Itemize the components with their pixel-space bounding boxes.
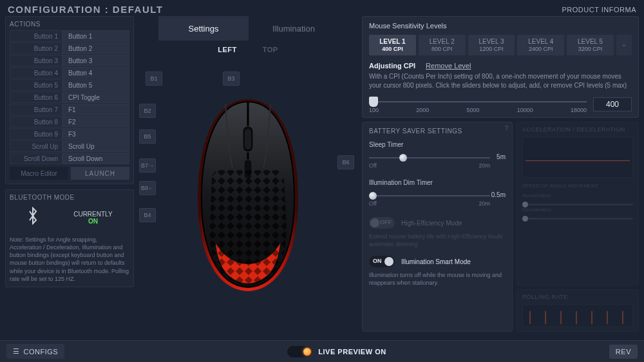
sleep-timer-slider[interactable]: 5m Off20m — [369, 153, 506, 170]
cpi-slider[interactable]: 100 2000 5000 10000 18000 — [369, 97, 587, 112]
action-label: Button 7 — [10, 104, 62, 115]
node-b2[interactable]: B2 — [139, 104, 156, 118]
cpi-level-1[interactable]: LEVEL 1400 CPI — [369, 35, 416, 55]
node-b6[interactable]: B6 — [337, 155, 354, 169]
mouse-image — [190, 95, 306, 295]
high-efficiency-desc: Extend mouse battery life with High-Effi… — [369, 233, 506, 248]
page-title: CONFIGURATION : DEFAULT — [8, 4, 163, 15]
adjusting-cpi-label: Adjusting CPI — [369, 62, 415, 70]
node-b4[interactable]: B4 — [139, 208, 156, 222]
action-binding[interactable]: F1 — [62, 104, 129, 115]
action-binding[interactable]: Button 2 — [62, 43, 129, 54]
sleep-timer-label: Sleep Timer — [369, 141, 506, 148]
view-left[interactable]: LEFT — [218, 46, 237, 53]
bluetooth-status: ON — [73, 218, 112, 225]
add-level-button[interactable]: + — [616, 35, 632, 55]
list-icon: ☰ — [13, 347, 20, 356]
action-label: Button 3 — [10, 55, 62, 66]
macro-editor-label: Macro Editor — [10, 167, 68, 180]
action-label: Button 5 — [10, 79, 62, 91]
actions-title: ACTIONS — [10, 21, 129, 28]
high-efficiency-label: High-Efficiency Mode — [401, 220, 462, 227]
node-b7[interactable]: B7→ — [139, 158, 156, 173]
cpi-level-2[interactable]: LEVEL 2800 CPI — [419, 35, 466, 55]
action-binding[interactable]: Button 3 — [62, 55, 129, 66]
sensitivity-title: Mouse Sensitivity Levels — [369, 22, 632, 30]
live-preview-toggle[interactable] — [287, 346, 313, 357]
cpi-level-5[interactable]: LEVEL 53200 CPI — [567, 35, 614, 55]
action-label: Button 2 — [10, 43, 62, 54]
action-binding[interactable]: F3 — [62, 128, 129, 140]
smart-mode-toggle[interactable]: ON — [369, 256, 395, 267]
configs-button[interactable]: ☰ CONFIGS — [6, 344, 64, 359]
product-info-link[interactable]: PRODUCT INFORMA — [562, 6, 636, 14]
launch-button[interactable]: LAUNCH — [71, 167, 129, 180]
action-label: Button 8 — [10, 116, 62, 128]
action-binding[interactable]: Scroll Down — [62, 153, 129, 164]
action-binding[interactable]: Button 4 — [62, 67, 129, 79]
action-binding[interactable]: Scroll Up — [62, 140, 129, 152]
mouse-diagram: B1 B3 B2 B5 B7→ B8← B4 B6 — [139, 59, 357, 332]
bluetooth-title: BLUETOOTH MODE — [10, 194, 129, 201]
bluetooth-note: Note: Settings for Angle snapping, Accel… — [10, 236, 129, 283]
accel-slider[interactable] — [522, 204, 633, 205]
svg-rect-2 — [245, 129, 251, 149]
smart-mode-label: Illumination Smart Mode — [401, 258, 471, 265]
sensitivity-panel: Mouse Sensitivity Levels LEVEL 1400 CPIL… — [362, 16, 639, 118]
live-preview-label: LIVE PREVIEW ON — [318, 348, 386, 356]
action-binding[interactable]: CPI Toggle — [62, 91, 129, 103]
action-binding[interactable]: Button 1 — [62, 30, 129, 42]
action-label: Scroll Up — [10, 140, 62, 152]
dim-timer-label: Illumination Dim Timer — [369, 179, 506, 186]
bluetooth-currently-label: CURRENTLY — [73, 211, 112, 218]
battery-panel: ? BATTERY SAVER SETTINGS Sleep Timer 5m … — [362, 122, 513, 332]
node-b3[interactable]: B3 — [223, 71, 240, 86]
cpi-level-4[interactable]: LEVEL 42400 CPI — [517, 35, 564, 55]
cpi-value-input[interactable]: 400 — [593, 97, 632, 111]
remove-level-link[interactable]: Remove Level — [426, 62, 471, 70]
action-label: Button 1 — [10, 30, 62, 42]
action-label: Button 4 — [10, 67, 62, 79]
action-binding[interactable]: Button 5 — [62, 79, 129, 91]
tab-illumination[interactable]: Illumination — [249, 16, 339, 41]
action-label: Button 9 — [10, 128, 62, 140]
dim-timer-slider[interactable]: 0.5m Off20m — [369, 191, 506, 208]
node-b1[interactable]: B1 — [146, 71, 162, 86]
node-b5[interactable]: B5 — [139, 129, 156, 144]
smart-mode-desc: Illumination turns off while the mouse i… — [369, 271, 506, 287]
bluetooth-panel: BLUETOOTH MODE CURRENTLY ON Note: Settin… — [5, 189, 134, 287]
decel-slider[interactable] — [522, 218, 633, 220]
node-b8[interactable]: B8← — [139, 181, 156, 195]
cpi-level-3[interactable]: LEVEL 31200 CPI — [468, 35, 515, 55]
accel-panel: ACCELERATION / DECELERATION SPEED OF ANG… — [516, 122, 639, 285]
action-binding[interactable]: F2 — [62, 116, 129, 128]
polling-panel: POLLING RATE — [516, 289, 639, 332]
battery-title: BATTERY SAVER SETTINGS — [369, 128, 506, 135]
cpi-description: With a CPI (Counts Per Inch) setting of … — [369, 72, 632, 90]
action-label: Button 6 — [10, 91, 62, 103]
revert-button[interactable]: REV — [609, 345, 638, 359]
tab-settings[interactable]: Settings — [158, 16, 249, 41]
view-top[interactable]: TOP — [263, 46, 278, 53]
action-label: Scroll Down — [10, 153, 62, 164]
bluetooth-icon — [26, 207, 39, 229]
info-icon[interactable]: ? — [504, 125, 508, 132]
high-efficiency-toggle[interactable]: OFF — [369, 217, 395, 229]
actions-panel: ACTIONS Button 1Button 1Button 2Button 2… — [5, 16, 134, 184]
